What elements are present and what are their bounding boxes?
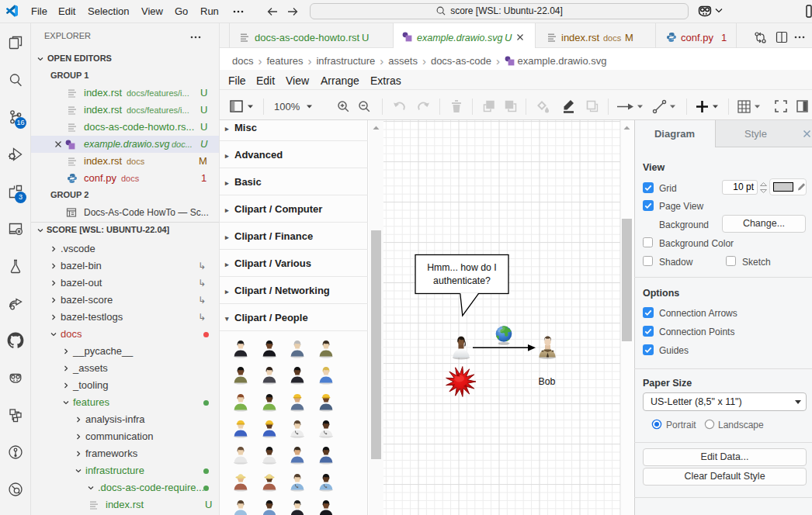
svg-text:authenticate?: authenticate? [433,275,491,286]
svg-text:Bob: Bob [539,376,556,387]
svg-text:Hmm... how do I: Hmm... how do I [427,262,497,273]
